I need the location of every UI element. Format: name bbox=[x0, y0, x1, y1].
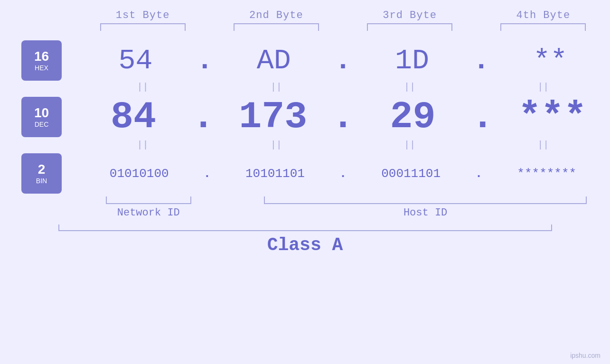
dec-dot-1: . bbox=[192, 98, 215, 136]
bin-row: 2 BIN 01010100 . 10101101 . 00011101 . *… bbox=[0, 153, 610, 194]
dec-badge: 10 DEC bbox=[21, 97, 62, 137]
bin-dot-2: . bbox=[339, 168, 347, 180]
hex-dot-3: . bbox=[473, 47, 490, 75]
bracket-top-3 bbox=[367, 23, 452, 31]
bin-byte-3: 00011101 bbox=[347, 167, 474, 181]
dec-dot-2: . bbox=[331, 98, 354, 136]
hex-byte-4: ** bbox=[491, 45, 610, 77]
eq2-4: || bbox=[477, 140, 610, 150]
bracket-top-1 bbox=[100, 23, 186, 31]
hex-byte-2: AD bbox=[214, 45, 333, 77]
dec-row: 10 DEC 84 . 173 . 29 . *** bbox=[0, 95, 610, 139]
hex-dot-2: . bbox=[334, 47, 351, 75]
network-label: Network ID bbox=[117, 207, 180, 219]
hex-badge-label: HEX bbox=[35, 64, 48, 72]
equals-row-2: || || || || bbox=[0, 140, 610, 150]
eq-2: || bbox=[209, 82, 343, 93]
bracket-cell-3 bbox=[343, 23, 477, 31]
host-bracket bbox=[264, 196, 587, 204]
full-bracket bbox=[58, 224, 552, 231]
dec-bytes-area: 84 . 173 . 29 . *** bbox=[76, 95, 610, 139]
bin-badge: 2 BIN bbox=[21, 153, 62, 194]
byte-header-2: 2nd Byte bbox=[209, 9, 343, 21]
dec-byte-4: *** bbox=[495, 95, 610, 139]
bin-byte-2: 10101101 bbox=[212, 167, 338, 181]
eq-1: || bbox=[76, 82, 209, 93]
hex-dot-1: . bbox=[196, 47, 213, 75]
class-label: Class A bbox=[267, 235, 343, 255]
eq-4: || bbox=[477, 82, 610, 93]
class-row: Class A bbox=[0, 224, 610, 260]
bin-badge-label: BIN bbox=[36, 177, 47, 185]
host-label: Host ID bbox=[404, 207, 447, 219]
bottom-bracket-row: Network ID Host ID bbox=[0, 196, 610, 219]
bin-byte-1: 01010100 bbox=[76, 167, 203, 181]
dec-byte-2: 173 bbox=[216, 95, 330, 139]
dec-dot-3: . bbox=[471, 98, 494, 136]
eq2-2: || bbox=[209, 140, 343, 150]
equals-row-1: || || || || bbox=[0, 82, 610, 93]
network-bracket bbox=[106, 196, 191, 204]
bracket-cell-2 bbox=[209, 23, 343, 31]
bracket-cell-1 bbox=[76, 23, 209, 31]
dec-badge-number: 10 bbox=[34, 106, 49, 120]
dec-byte-1: 84 bbox=[76, 95, 191, 139]
top-bracket-row bbox=[0, 23, 610, 31]
hex-badge: 16 HEX bbox=[21, 40, 62, 81]
bracket-top-4 bbox=[500, 23, 586, 31]
dec-byte-3: 29 bbox=[356, 95, 470, 139]
byte-headers-row: 1st Byte 2nd Byte 3rd Byte 4th Byte bbox=[0, 9, 610, 21]
byte-header-4: 4th Byte bbox=[477, 9, 610, 21]
eq2-1: || bbox=[76, 140, 209, 150]
byte-header-1: 1st Byte bbox=[76, 9, 209, 21]
watermark: ipshu.com bbox=[570, 352, 601, 359]
hex-badge-number: 16 bbox=[34, 50, 49, 63]
hex-byte-3: 1D bbox=[353, 45, 472, 77]
bracket-cell-4 bbox=[477, 23, 610, 31]
bin-badge-number: 2 bbox=[38, 163, 46, 176]
bracket-top-2 bbox=[234, 23, 319, 31]
hex-row: 16 HEX 54 . AD . 1D . ** bbox=[0, 40, 610, 81]
bin-dot-3: . bbox=[475, 168, 483, 180]
main-container: 1st Byte 2nd Byte 3rd Byte 4th Byte 16 H… bbox=[0, 0, 610, 364]
eq-3: || bbox=[343, 82, 477, 93]
network-bracket-area: Network ID bbox=[76, 196, 221, 219]
hex-bytes-area: 54 . AD . 1D . ** bbox=[76, 45, 610, 77]
host-bracket-area: Host ID bbox=[241, 196, 610, 219]
byte-header-3: 3rd Byte bbox=[343, 9, 477, 21]
bin-byte-4: ******** bbox=[483, 167, 610, 181]
bin-bytes-area: 01010100 . 10101101 . 00011101 . *******… bbox=[76, 167, 610, 181]
hex-byte-1: 54 bbox=[76, 45, 195, 77]
bin-dot-1: . bbox=[204, 168, 211, 180]
eq2-3: || bbox=[343, 140, 477, 150]
dec-badge-label: DEC bbox=[35, 121, 49, 128]
